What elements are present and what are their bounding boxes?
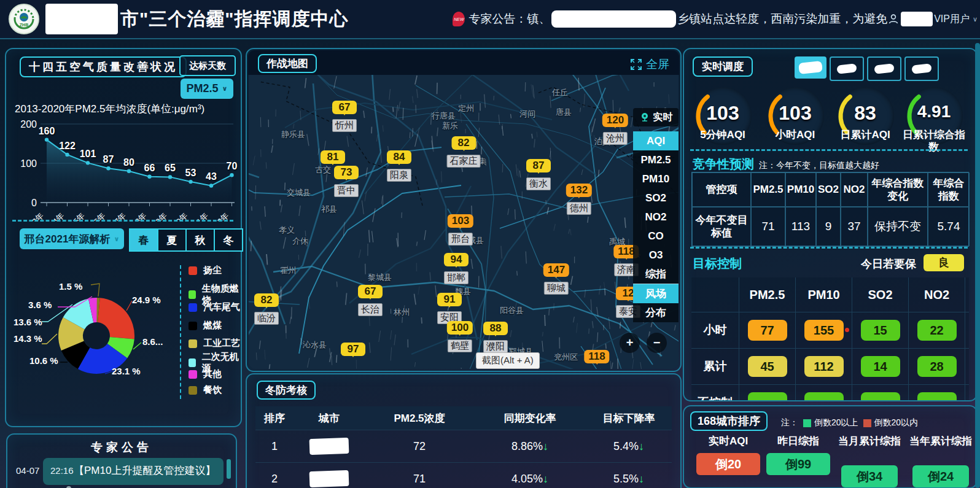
epa-logo-icon: ZHB bbox=[9, 4, 39, 34]
city-marker-晋中[interactable]: 73晋中 bbox=[334, 166, 359, 197]
page-scrollbar[interactable] bbox=[975, 43, 980, 488]
winter-target: 5.4%↓ bbox=[586, 430, 672, 463]
target-cell bbox=[796, 385, 852, 401]
map-layer-分布[interactable]: 分布 bbox=[633, 303, 679, 322]
city-marker-长治[interactable]: 67长治 bbox=[358, 285, 383, 316]
prediction-col: 管控项 bbox=[692, 172, 751, 207]
season-tabs: 春夏秋冬 bbox=[130, 228, 243, 252]
legend-item-汽车尾气: 汽车尾气 bbox=[189, 301, 240, 313]
svg-text:23.1 %: 23.1 % bbox=[112, 366, 141, 376]
map-layer-CO[interactable]: CO bbox=[633, 227, 679, 246]
gauge-label: 小时AQI bbox=[759, 129, 831, 141]
legend-label: 餐饮 bbox=[203, 384, 222, 396]
map-layer-SO2[interactable]: SO2 bbox=[633, 188, 679, 207]
season-tab-夏[interactable]: 夏 bbox=[157, 228, 187, 252]
value-badge: 77 bbox=[748, 320, 787, 341]
pollutant-dropdown[interactable]: PM2.5 ∨ bbox=[181, 79, 233, 99]
ranking-legend-label: 倒数20以上 bbox=[814, 417, 858, 428]
county-label-兖州区: 兖州区 bbox=[554, 352, 578, 363]
ranking-badge-当月累计综指: 倒34 bbox=[841, 465, 898, 487]
legend-label: 工业工艺 bbox=[203, 338, 240, 349]
city-marker-邢台[interactable]: 103邢台 bbox=[448, 214, 473, 246]
county-label-祁县: 祁县 bbox=[321, 204, 337, 215]
divider bbox=[12, 220, 233, 222]
svg-text:13.6 %: 13.6 % bbox=[14, 317, 42, 327]
city-name-label: 德州 bbox=[567, 202, 591, 215]
ranking-badge-当年累计综指: 倒24 bbox=[912, 465, 969, 487]
map-layer-PM2.5[interactable]: PM2.5 bbox=[633, 150, 679, 169]
standard-days-button[interactable]: 达标天数 bbox=[179, 55, 236, 76]
source-analysis-dropdown[interactable]: 邢台2021年源解析 ∨ bbox=[20, 228, 124, 249]
map-zoom-in-button[interactable]: + bbox=[620, 333, 640, 353]
notice-scrollbar[interactable] bbox=[227, 459, 231, 479]
city-marker-忻州[interactable]: 67忻州 bbox=[332, 101, 357, 132]
ranking-legend-label: 倒数20以内 bbox=[874, 417, 919, 428]
map-layer-PM10[interactable]: PM10 bbox=[633, 169, 679, 188]
map-zoom-out-button[interactable]: − bbox=[647, 333, 667, 353]
prediction-cell: 今年不变目标值 bbox=[692, 207, 751, 246]
map-layer-AQI[interactable]: AQI bbox=[633, 131, 679, 150]
county-label-孝义: 孝义 bbox=[279, 225, 295, 236]
map-canvas[interactable]: 静乐县唐县任丘定州行唐县新乐晋州辛集河间泊头古交交城县祁县孝义介休霍州沁水县黎城… bbox=[249, 75, 679, 369]
map-title: 作战地图 bbox=[258, 54, 317, 73]
legend-swatch bbox=[189, 322, 197, 330]
svg-text:200: 200 bbox=[20, 119, 37, 130]
target-cell: 28 bbox=[909, 349, 965, 385]
aqi-pin: 88 bbox=[483, 322, 508, 335]
county-label-静乐县: 静乐县 bbox=[281, 129, 305, 140]
prediction-col: 年综合指数 bbox=[928, 172, 970, 207]
dispatch-tab-2[interactable] bbox=[830, 56, 864, 81]
divider bbox=[690, 149, 968, 151]
dispatch-tab-4[interactable] bbox=[904, 56, 939, 81]
svg-text:65: 65 bbox=[165, 163, 176, 173]
map-layer-风场[interactable]: 风场 bbox=[633, 284, 679, 303]
svg-text:1.5 %: 1.5 % bbox=[59, 281, 82, 292]
city-marker-沧州[interactable]: 120沧州 bbox=[602, 114, 628, 145]
city-marker-临汾[interactable]: 82临汾 bbox=[254, 293, 279, 325]
city-name-label: 衡水 bbox=[526, 177, 551, 190]
county-label-霍州: 霍州 bbox=[280, 265, 296, 276]
map-layer-综指[interactable]: 综指 bbox=[633, 265, 679, 284]
city-marker-安阳[interactable]: 91安阳 bbox=[437, 293, 462, 324]
winter-col-排序: 排序 bbox=[255, 406, 294, 430]
season-tab-冬[interactable]: 冬 bbox=[214, 228, 243, 252]
value-badge: 22 bbox=[917, 320, 957, 341]
value-badge: 112 bbox=[804, 356, 844, 377]
prediction-col: PM10 bbox=[785, 172, 816, 207]
city-marker[interactable]: 118 bbox=[584, 350, 609, 363]
dispatch-tab-3[interactable] bbox=[867, 56, 901, 81]
map-layer-NO2[interactable]: NO2 bbox=[633, 207, 679, 227]
city-marker-德州[interactable]: 132德州 bbox=[566, 184, 592, 215]
legend-swatch bbox=[189, 266, 197, 275]
dispatch-tab-1[interactable] bbox=[795, 56, 826, 79]
city-marker-濮阳[interactable]: 88濮阳 bbox=[483, 322, 508, 353]
city-marker-衡水[interactable]: 87衡水 bbox=[526, 159, 551, 190]
target-note: 今日若要保 bbox=[861, 257, 916, 271]
winter-pm25: 72 bbox=[365, 430, 474, 463]
city-marker-鹤壁[interactable]: 100鹤壁 bbox=[447, 321, 473, 352]
user-menu[interactable]: VIP用户 ∨ bbox=[887, 12, 978, 26]
city-marker-聊城[interactable]: 147聊城 bbox=[543, 263, 569, 295]
city-marker[interactable]: 97 bbox=[341, 343, 365, 356]
svg-text:24.9 %: 24.9 % bbox=[132, 295, 161, 305]
map-layer-O3[interactable]: O3 bbox=[633, 246, 679, 265]
target-col-SO2: SO2 bbox=[852, 277, 909, 312]
county-label-唐县: 唐县 bbox=[556, 107, 572, 118]
legend-swatch bbox=[189, 370, 197, 379]
map-layer-live[interactable]: 实时 bbox=[633, 108, 679, 126]
season-tab-春[interactable]: 春 bbox=[129, 228, 158, 252]
city-marker[interactable]: 81 bbox=[321, 150, 345, 164]
winter-change: 8.86%↓ bbox=[474, 430, 586, 463]
fullscreen-button[interactable]: 全屏 bbox=[630, 56, 669, 72]
notice-item[interactable]: 22:16 【PM10上升提醒及管控建议】 bbox=[43, 458, 224, 485]
expert-announcement-bar: NEW 专家公告： 镇、 乡镇站点达轻度，西南污染加重，为避免 bbox=[453, 10, 887, 28]
city-marker-阳泉[interactable]: 84阳泉 bbox=[387, 150, 411, 182]
target-table: PM2.5PM10SO2NO2CO小时7715515221.4累计4511214… bbox=[691, 277, 969, 401]
expert-notice-panel: 专家公告 04-07 22:16 【PM10上升提醒及管控建议】 bbox=[6, 433, 237, 488]
aqi-pin: 147 bbox=[543, 263, 569, 277]
city-marker-邯郸[interactable]: 94邯郸 bbox=[444, 253, 469, 284]
county-label-河间: 河间 bbox=[519, 109, 535, 120]
tab-redaction bbox=[911, 63, 931, 74]
season-tab-秋[interactable]: 秋 bbox=[185, 228, 215, 252]
city-marker-石家庄[interactable]: 82石家庄 bbox=[447, 136, 481, 168]
